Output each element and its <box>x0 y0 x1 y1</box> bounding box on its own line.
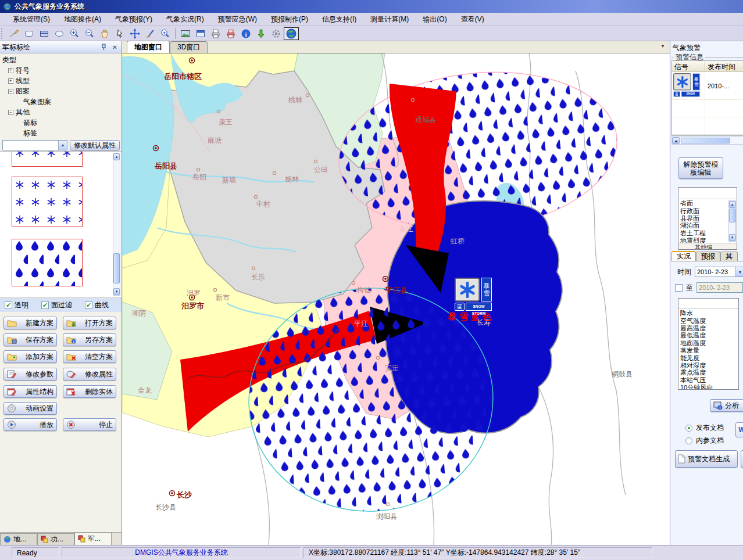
tab-live[interactable]: 实况 <box>671 251 696 261</box>
rectangle-icon[interactable] <box>37 27 52 40</box>
layer-list-scrollbar[interactable] <box>728 200 736 242</box>
attr-structure-button[interactable]: 属性结构 <box>3 385 57 398</box>
checkbox-transparent[interactable]: 透明 <box>5 300 28 310</box>
tree-node-other[interactable]: 其他 <box>0 107 122 117</box>
dismiss-warning-template-button[interactable]: 解除预警模板编辑 <box>678 157 723 179</box>
checkbox-face-filter[interactable]: 面过滤 <box>41 300 72 310</box>
expander-plus-icon[interactable] <box>8 78 13 84</box>
new-scheme-button[interactable]: 新建方案 <box>3 317 57 329</box>
tree-root[interactable]: 类型 <box>0 55 122 65</box>
save-scheme-button[interactable]: 保存方案 <box>3 333 57 346</box>
menu-map[interactable]: 地图操作(A) <box>57 13 108 26</box>
menu-info[interactable]: 信息支持(I) <box>315 13 363 26</box>
list-item[interactable]: 10分钟风向 <box>679 384 737 390</box>
tab-map-window[interactable]: 地图窗口 <box>127 41 170 53</box>
open-scheme-button[interactable]: 打开方案 <box>63 317 116 329</box>
image-view-icon[interactable] <box>178 27 193 40</box>
close-icon[interactable]: ✕ <box>110 43 119 52</box>
tab-other[interactable]: 其 <box>720 252 738 261</box>
tree-node-linetype[interactable]: 线型 <box>0 76 122 86</box>
clear-scheme-button[interactable]: 清空方案 <box>63 350 116 363</box>
radio-internal-doc[interactable]: 内参文档 <box>685 436 724 446</box>
list-item[interactable]: 县界面 <box>679 215 728 222</box>
menu-measure[interactable]: 测量计算(M) <box>363 13 416 26</box>
generate-warning-doc-button[interactable]: 预警文档生成 <box>675 450 738 468</box>
paint-brush-icon[interactable] <box>142 27 158 40</box>
list-item[interactable]: 蒸发量 <box>679 347 737 354</box>
settings-gear-icon[interactable] <box>269 27 284 40</box>
list-item[interactable]: 最低温度 <box>679 332 737 339</box>
export-down-icon[interactable] <box>253 27 269 40</box>
layer-list-header[interactable] <box>678 188 737 199</box>
tree-node-pattern[interactable]: 图案 <box>0 86 122 96</box>
list-item[interactable]: 湖泊面 <box>679 222 728 229</box>
menu-warning[interactable]: 预警应急(W) <box>211 13 264 26</box>
map-canvas[interactable]: 岳阳市辖区桃林康王麻塘岳阳县岳阳新墙公田杨林中村通城县虹桥南江梅仙平江县长乐汨罗… <box>122 53 670 545</box>
time-picker[interactable]: 2010- 2-23 <box>695 267 743 277</box>
add-scheme-button[interactable]: 添加方案 <box>3 350 57 363</box>
save-as-scheme-button[interactable]: i另存方案 <box>63 333 116 346</box>
tree-node-symbol[interactable]: 符号 <box>0 65 122 76</box>
menu-output[interactable]: 输出(O) <box>416 13 453 26</box>
table-hscrollbar[interactable] <box>671 137 743 145</box>
radio-icon[interactable] <box>685 437 692 444</box>
window-view-icon[interactable] <box>193 27 208 40</box>
checkbox-icon[interactable] <box>85 301 92 309</box>
to-time-picker[interactable]: 2010- 2-23 <box>696 282 743 293</box>
col-publish-time[interactable]: 发布时间 <box>705 61 743 71</box>
delete-entity-button[interactable]: 删除实体 <box>63 385 116 398</box>
ellipse-icon[interactable] <box>52 27 67 40</box>
expander-minus-icon[interactable] <box>8 89 13 94</box>
list-item[interactable]: 岩土工程 <box>679 229 728 237</box>
scroll-down-icon[interactable] <box>729 234 735 241</box>
zoom-out-icon[interactable] <box>82 27 97 40</box>
modify-attrs-button[interactable]: 修改属性 <box>63 368 116 380</box>
menu-view[interactable]: 查看(V) <box>454 13 491 26</box>
word-doc-icon[interactable] <box>735 422 743 437</box>
analyze-button[interactable]: i 分析 <box>710 399 743 412</box>
zoom-in-icon[interactable] <box>67 27 82 40</box>
info-icon[interactable]: i <box>238 27 253 40</box>
list-item[interactable]: 本站气压 <box>679 376 737 384</box>
map-tab-dropdown-icon[interactable] <box>660 44 665 49</box>
radio-icon[interactable] <box>685 425 692 432</box>
pin-icon[interactable] <box>99 43 108 52</box>
checkbox-icon[interactable] <box>41 301 49 309</box>
list-item[interactable]: 露点温度 <box>679 369 737 376</box>
tab-forecast[interactable]: 预报 <box>696 252 720 261</box>
swatch-scrollbar[interactable] <box>113 153 120 296</box>
list-item[interactable]: 降水 <box>679 310 737 317</box>
scrollbar-thumb[interactable] <box>681 138 730 143</box>
play-button[interactable]: 播放 <box>3 418 57 431</box>
col-signal[interactable]: 信号 <box>672 61 705 71</box>
list-item[interactable]: 行政面 <box>679 207 728 215</box>
scroll-down-icon[interactable] <box>113 288 120 295</box>
animation-settings-button[interactable]: 动画设置 <box>3 402 57 415</box>
snowstorm-warning-sign[interactable]: 暴雪 蓝 SNOW STORM <box>455 278 492 311</box>
zoom-window-icon[interactable]: ± <box>158 27 173 40</box>
snow-pattern-swatch[interactable] <box>12 151 83 167</box>
scroll-left-icon[interactable] <box>672 137 680 144</box>
to-checkbox[interactable] <box>675 284 683 292</box>
modify-params-button[interactable]: 修改参数 <box>3 368 57 380</box>
toolbar-grip[interactable] <box>1 28 5 39</box>
scroll-up-icon[interactable] <box>729 201 735 208</box>
chevron-down-icon[interactable] <box>58 141 67 150</box>
radio-publish-doc[interactable]: 发布文档 <box>685 423 724 433</box>
scrollbar-thumb[interactable] <box>729 209 735 222</box>
draw-line-icon[interactable] <box>6 27 22 40</box>
tab-map[interactable]: 地... <box>0 533 37 545</box>
modify-default-button[interactable]: 修改默认属性 <box>70 140 120 150</box>
list-item[interactable]: 能见度 <box>679 354 737 362</box>
tab-military[interactable]: 军... <box>74 532 112 545</box>
print-icon[interactable] <box>208 27 223 40</box>
tab-function[interactable]: 功... <box>37 533 74 545</box>
list-item[interactable]: 空气温度 <box>679 317 737 325</box>
scroll-up-icon[interactable] <box>113 153 120 160</box>
chevron-down-icon[interactable] <box>735 267 743 277</box>
symbol-select-combo[interactable] <box>2 140 67 150</box>
list-item[interactable]: 最高温度 <box>679 325 737 332</box>
checkbox-icon[interactable] <box>5 301 12 309</box>
menu-system[interactable]: 系统管理(S) <box>6 13 57 26</box>
tree-node-label[interactable]: 标签 <box>0 128 122 138</box>
